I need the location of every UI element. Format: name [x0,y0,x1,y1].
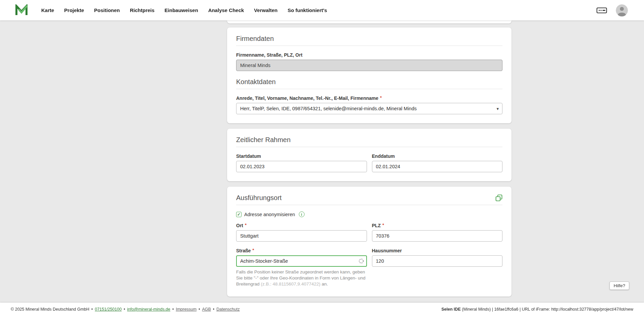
ausfuehrungsort-title: Ausführungsort [236,194,282,202]
spinner-icon [359,258,364,264]
separator: • [172,307,174,312]
kontakt-label: Anrede, Titel, Vorname, Nachname, Tel.-N… [236,96,378,101]
separator: • [199,307,200,312]
anonymize-label: Adresse anonymisieren [244,212,295,217]
app-info: (Mineral Minds) | 16fae1ffc6a6 | URL of … [461,307,633,312]
chevron-down-icon: ▾ [496,106,499,111]
plz-input[interactable] [372,230,503,242]
required-marker: * [253,248,254,253]
kontaktdaten-title: Kontaktdaten [236,78,502,86]
enddatum-label: Enddatum [372,153,395,159]
hausnummer-label: Hausnummer [372,248,402,253]
kontakt-select-value: Herr, TitelP, Selen, IDE, 0987/654321, s… [240,106,417,111]
nav-item-projekte[interactable]: Projekte [59,0,89,20]
user-avatar[interactable] [616,4,628,16]
info-icon[interactable]: i [299,211,305,217]
previous-card-edge [227,20,512,23]
check-icon: ✓ [237,212,240,217]
footer: © 2025 Mineral Minds Deutschland GmbH • … [0,303,644,316]
firmenname-input[interactable] [236,60,502,71]
help-button[interactable]: Hilfe? [609,281,629,290]
mineral-minds-logo-icon[interactable] [15,4,28,16]
startdatum-label: Startdatum [236,153,261,159]
nav-item-so-funktionierts[interactable]: So funktioniert's [282,0,332,20]
debug-info: Selen IDE (Mineral Minds) | 16fae1ffc6a6… [441,307,633,312]
hausnummer-input[interactable] [372,255,503,267]
separator: • [124,307,125,312]
ort-label: Ort [236,223,243,228]
firmendaten-card: Firmendaten Firmenname, Straße, PLZ, Ort… [227,27,512,123]
nav-item-analyse-check[interactable]: Analyse Check [203,0,249,20]
required-marker: * [380,95,382,100]
footer-phone-link[interactable]: 07151/250100 [95,307,122,312]
firmendaten-title: Firmendaten [236,35,502,43]
firmenname-label: Firmenname, Straße, PLZ, Ort [236,52,303,58]
top-nav: Karte Projekte Positionen Richtpreis Ein… [0,0,644,20]
help-text-coords: (z.B.: 48.8115607,9.4077422) [261,281,321,287]
enddatum-input[interactable] [372,161,503,172]
plz-label: PLZ [372,223,381,228]
zeitlicher-rahmen-card: Zeitlicher Rahmen Startdatum Enddatum [227,129,512,181]
ausfuehrungsort-card: Ausführungsort ✓ Adresse anonymisieren i [227,187,512,297]
anonymize-checkbox[interactable]: ✓ [236,212,241,217]
nav-item-verwalten[interactable]: Verwalten [249,0,282,20]
zeitraum-title: Zeitlicher Rahmen [236,136,502,144]
help-text-part2: an. [320,281,328,287]
nav-item-karte[interactable]: Karte [36,0,59,20]
nav-item-richtpreis[interactable]: Richtpreis [125,0,159,20]
server-icon[interactable] [596,6,607,14]
divider [236,89,502,89]
strasse-label: Straße [236,248,251,253]
footer-impressum-link[interactable]: Impressum [176,307,197,312]
footer-datenschutz-link[interactable]: Datenschutz [216,307,239,312]
footer-email-link[interactable]: info@mineral-minds.de [127,307,170,312]
divider [236,147,502,147]
divider [236,46,502,46]
separator: • [91,307,93,312]
nav-item-positionen[interactable]: Positionen [89,0,125,20]
nav-right-actions [596,4,628,16]
startdatum-input[interactable] [236,161,367,172]
copyright-text: © 2025 Mineral Minds Deutschland GmbH [11,307,89,312]
divider [236,205,502,205]
copy-icon[interactable] [495,194,502,201]
footer-links: © 2025 Mineral Minds Deutschland GmbH • … [11,307,240,312]
kontakt-select[interactable]: Herr, TitelP, Selen, IDE, 0987/654321, s… [236,103,502,114]
required-marker: * [245,223,247,228]
strasse-input[interactable] [236,255,367,267]
separator: • [213,307,214,312]
main-nav: Karte Projekte Positionen Richtpreis Ein… [36,0,332,20]
ort-input[interactable] [236,230,367,242]
strasse-help-text: Falls die Position keiner Straße zugeord… [236,269,367,288]
main-content: Firmendaten Firmenname, Straße, PLZ, Ort… [0,0,644,316]
info-icon-glyph: i [301,212,302,216]
footer-agb-link[interactable]: AGB [202,307,211,312]
app-name: Selen IDE [441,307,461,312]
required-marker: * [382,223,384,228]
nav-item-einbauweisen[interactable]: Einbauweisen [160,0,203,20]
